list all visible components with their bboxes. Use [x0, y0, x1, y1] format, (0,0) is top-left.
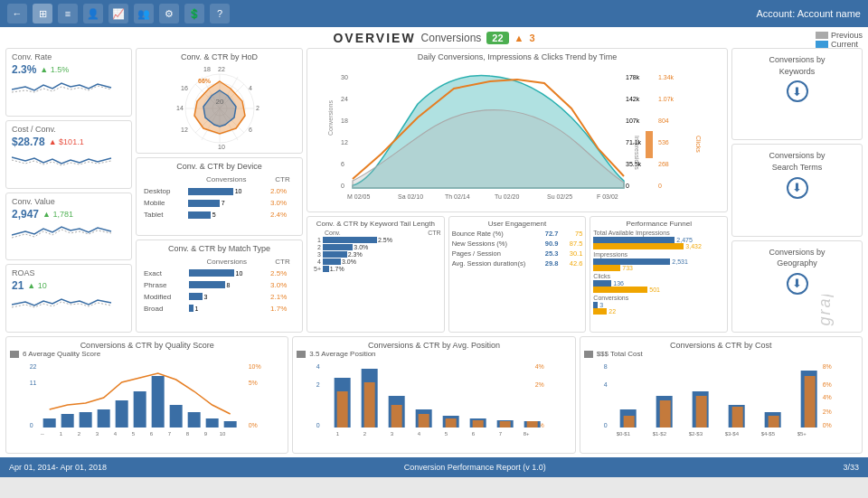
- conv-value-change: ▲ 1,781: [42, 210, 73, 219]
- svg-text:5: 5: [445, 431, 448, 437]
- avg-position-svg: 4 2 0 4% 2% 0%: [297, 360, 571, 441]
- chart-icon[interactable]: 📈: [108, 4, 128, 23]
- geography-download-btn[interactable]: ⬇: [787, 273, 808, 295]
- conv-rate-title: Conv. Rate: [12, 52, 126, 61]
- svg-text:8: 8: [186, 431, 190, 437]
- count-badge: 22: [486, 32, 508, 44]
- svg-text:$4-$5: $4-$5: [760, 431, 775, 437]
- main-content: OverView Conversions 22 ▲ 3 Previous Cur…: [0, 27, 868, 457]
- sub-charts-row: Conv. & CTR by Keyword Tail Length Conv.…: [307, 216, 728, 333]
- svg-text:Tu 02/20: Tu 02/20: [495, 193, 519, 200]
- cost-conv-change: ▲ $101.1: [49, 137, 84, 146]
- svg-text:12: 12: [341, 139, 348, 146]
- svg-text:24: 24: [341, 96, 348, 102]
- back-icon[interactable]: ←: [7, 4, 27, 23]
- svg-rect-99: [500, 421, 511, 428]
- device-chart-card: Conv. & CTR by Device Conversions CTR De…: [136, 157, 303, 236]
- account-label: Account: Account name: [756, 8, 861, 19]
- cost-conv-card: Cost / Conv. $28.78 ▲ $101.1: [5, 120, 132, 189]
- keyword-tail-title: Conv. & CTR by Keyword Tail Length: [310, 220, 441, 228]
- svg-rect-58: [61, 414, 74, 428]
- svg-text:30: 30: [341, 74, 348, 80]
- svg-text:142k: 142k: [626, 96, 640, 102]
- svg-text:6%: 6%: [822, 381, 831, 388]
- svg-rect-57: [43, 418, 56, 428]
- svg-text:0: 0: [603, 422, 607, 428]
- svg-rect-123: [623, 416, 634, 428]
- conv-value-title: Conv. Value: [12, 197, 126, 206]
- svg-text:Impressions: Impressions: [633, 136, 640, 170]
- svg-rect-65: [188, 412, 201, 428]
- money-icon[interactable]: 💲: [184, 4, 204, 23]
- svg-rect-93: [337, 391, 348, 428]
- svg-text:6: 6: [341, 161, 344, 167]
- legend-previous: Previous: [831, 31, 863, 40]
- group-icon[interactable]: 👥: [134, 4, 154, 23]
- svg-rect-42: [646, 131, 653, 158]
- svg-text:1.07k: 1.07k: [658, 96, 675, 102]
- svg-text:5%: 5%: [249, 380, 258, 386]
- svg-text:22: 22: [218, 66, 225, 72]
- svg-text:536: 536: [658, 139, 669, 146]
- list-icon[interactable]: ≡: [58, 4, 78, 23]
- svg-rect-66: [206, 418, 219, 428]
- svg-text:0: 0: [30, 422, 33, 428]
- device-header-ctr: CTR: [269, 174, 297, 184]
- trend-chart-svg: 30 24 18 12 6 0 Conversions 178k 142k 10…: [311, 63, 723, 208]
- hod-chart-card: Conv. & CTR by HoD: [136, 48, 303, 154]
- svg-text:0%: 0%: [822, 422, 831, 428]
- footer-page: 3/33: [843, 463, 859, 472]
- grid-icon[interactable]: ⊞: [33, 4, 52, 23]
- svg-rect-94: [364, 382, 375, 428]
- hod-title: Conv. & CTR by HoD: [140, 52, 298, 61]
- search-terms-download-btn[interactable]: ⬇: [787, 177, 808, 199]
- device-table: Conversions CTR Desktop 10 2.0% Mobile 7…: [140, 173, 298, 221]
- cost-conv-title: Cost / Conv.: [12, 125, 126, 134]
- svg-rect-97: [446, 418, 457, 428]
- user-engagement-card: User Engagement Bounce Rate (%) 72.7 75 …: [448, 216, 587, 333]
- conv-value-value: 2,947: [12, 208, 39, 221]
- svg-rect-67: [224, 421, 237, 428]
- svg-text:$3-$4: $3-$4: [724, 431, 739, 437]
- metrics-column: Conv. Rate 2.3% ▲ 1.5% Cost / Conv. $28.…: [5, 48, 132, 333]
- user-icon[interactable]: 👤: [83, 4, 103, 23]
- help-icon[interactable]: ?: [210, 4, 230, 23]
- right-sidebar: Conversions byKeywords ⬇ Conversions byS…: [731, 48, 863, 333]
- keywords-download-btn[interactable]: ⬇: [787, 80, 808, 102]
- svg-text:8%: 8%: [822, 363, 831, 370]
- svg-text:18: 18: [341, 117, 348, 124]
- svg-text:--: --: [41, 431, 44, 437]
- top-nav: ← ⊞ ≡ 👤 📈 👥 ⚙ 💲 ? Account: Account name: [0, 0, 868, 27]
- svg-text:M 02/05: M 02/05: [347, 193, 370, 200]
- conversions-label: Conversions: [421, 32, 482, 44]
- svg-text:10%: 10%: [249, 363, 261, 370]
- cost-svg: 8 4 0 8% 6% 4% 2% 0%: [584, 360, 858, 441]
- geography-watermark: GeographY: [815, 295, 834, 326]
- keywords-sidebar-card: Conversions byKeywords ⬇: [731, 48, 863, 140]
- svg-rect-64: [170, 405, 183, 428]
- svg-text:Clicks: Clicks: [695, 136, 702, 153]
- svg-text:4: 4: [418, 431, 421, 437]
- svg-text:F 03/02: F 03/02: [597, 193, 618, 200]
- svg-text:3: 3: [391, 431, 394, 437]
- svg-text:0: 0: [658, 183, 662, 189]
- match-chart-card: Conv. & CTR by Match Type Conversions CT…: [136, 240, 303, 334]
- perf-funnel-card: Performance Funnel Total Available Impre…: [590, 216, 728, 333]
- svg-text:178k: 178k: [626, 74, 640, 80]
- settings-icon[interactable]: ⚙: [159, 4, 179, 23]
- roas-sparkline: [12, 292, 120, 312]
- svg-text:0: 0: [341, 183, 344, 189]
- svg-rect-63: [152, 376, 165, 428]
- svg-text:Conversions: Conversions: [327, 100, 334, 136]
- match-header-conv: Conversions: [187, 257, 268, 267]
- quality-score-chart: Conversions & CTR by Quality Score 6 Ave…: [5, 336, 288, 454]
- svg-text:14: 14: [176, 105, 184, 111]
- conv-rate-card: Conv. Rate 2.3% ▲ 1.5%: [5, 48, 132, 117]
- avg-position-chart: Conversions & CTR by Avg. Position 3.5 A…: [292, 336, 575, 454]
- svg-rect-100: [527, 421, 538, 428]
- chart-legend: Previous Current: [816, 31, 863, 49]
- avg-position-title: Conversions & CTR by Avg. Position: [297, 341, 571, 350]
- svg-text:7: 7: [168, 431, 172, 437]
- legend-current: Current: [831, 40, 858, 49]
- svg-text:2: 2: [256, 105, 259, 111]
